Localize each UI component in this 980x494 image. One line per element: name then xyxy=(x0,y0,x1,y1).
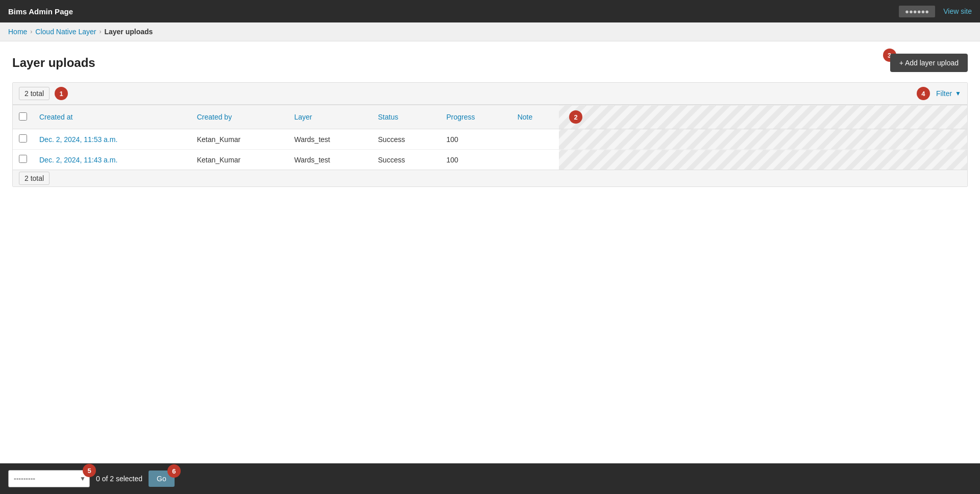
breadcrumb-current: Layer uploads xyxy=(104,28,153,36)
table-header-row: Created at Created by Layer Status Progr… xyxy=(13,105,967,129)
filter-chevron-icon: ▼ xyxy=(955,90,961,97)
row1-created-by: Ketan_Kumar xyxy=(191,129,288,150)
row1-checkbox[interactable] xyxy=(19,134,27,143)
row2-checkbox-cell xyxy=(13,150,33,170)
go-button-wrapper: Go 6 xyxy=(149,471,175,487)
main-content: Layer uploads 3 + Add layer upload 2 tot… xyxy=(0,41,980,494)
top-navbar: Bims Admin Page ●●●●●● View site xyxy=(0,0,980,22)
breadcrumb-parent[interactable]: Cloud Native Layer xyxy=(35,28,96,36)
col-header-status: Status xyxy=(372,105,440,129)
row2-striped-area xyxy=(559,150,967,170)
breadcrumb: Home › Cloud Native Layer › Layer upload… xyxy=(0,22,980,41)
select-all-col xyxy=(13,105,33,129)
filter-area: 4 Filter ▼ xyxy=(919,87,961,100)
row2-created-by: Ketan_Kumar xyxy=(191,150,288,170)
selected-count: 0 of 2 selected xyxy=(96,475,142,483)
row1-layer: Wards_test xyxy=(288,129,372,150)
striped-header-area: 2 xyxy=(559,105,967,129)
annotation-badge-4: 4 xyxy=(917,87,930,100)
row1-note xyxy=(511,129,559,150)
row1-status: Success xyxy=(372,129,440,150)
row1-created-at-link[interactable]: Dec. 2, 2024, 11:53 a.m. xyxy=(39,135,117,144)
add-button-container: 3 + Add layer upload xyxy=(890,54,968,72)
annotation-badge-6: 6 xyxy=(167,464,181,478)
table-row: Dec. 2, 2024, 11:53 a.m. Ketan_Kumar War… xyxy=(13,129,967,150)
footer: --------- ▼ 5 0 of 2 selected Go 6 xyxy=(0,463,980,494)
total-count-label: 2 total xyxy=(19,87,50,100)
filter-label: Filter xyxy=(936,89,952,98)
col-header-created-at: Created at xyxy=(33,105,191,129)
row2-note xyxy=(511,150,559,170)
row2-layer: Wards_test xyxy=(288,150,372,170)
data-table: Created at Created by Layer Status Progr… xyxy=(13,105,967,170)
table-container: 2 total 1 4 Filter ▼ Created at Create xyxy=(12,82,968,187)
view-site-link[interactable]: View site xyxy=(943,7,972,15)
row2-checkbox[interactable] xyxy=(19,155,27,163)
row1-progress: 100 xyxy=(440,129,511,150)
page-header: Layer uploads 3 + Add layer upload xyxy=(12,54,968,72)
row1-striped-area xyxy=(559,129,967,150)
row2-status: Success xyxy=(372,150,440,170)
row1-checkbox-cell xyxy=(13,129,33,150)
action-select-wrapper: --------- ▼ 5 xyxy=(8,470,90,487)
annotation-badge-2: 2 xyxy=(569,110,582,124)
page-title: Layer uploads xyxy=(12,56,95,70)
stats-bar-bottom: 2 total xyxy=(13,170,967,186)
action-select[interactable]: --------- xyxy=(8,470,90,487)
table-row: Dec. 2, 2024, 11:43 a.m. Ketan_Kumar War… xyxy=(13,150,967,170)
stats-bar-top: 2 total 1 4 Filter ▼ xyxy=(13,83,967,105)
row2-created-at: Dec. 2, 2024, 11:43 a.m. xyxy=(33,150,191,170)
breadcrumb-home[interactable]: Home xyxy=(8,28,27,36)
user-button[interactable]: ●●●●●● xyxy=(899,6,935,17)
col-header-progress: Progress xyxy=(440,105,511,129)
col-header-layer: Layer xyxy=(288,105,372,129)
row1-created-at: Dec. 2, 2024, 11:53 a.m. xyxy=(33,129,191,150)
col-header-note: Note xyxy=(511,105,559,129)
annotation-badge-5: 5 xyxy=(83,464,96,477)
breadcrumb-sep-2: › xyxy=(99,28,101,35)
select-all-checkbox[interactable] xyxy=(19,112,27,121)
annotation-badge-1: 1 xyxy=(55,87,68,100)
row2-progress: 100 xyxy=(440,150,511,170)
col-header-created-by: Created by xyxy=(191,105,288,129)
filter-button[interactable]: Filter ▼ xyxy=(936,89,961,98)
total-count-bottom: 2 total xyxy=(19,172,50,185)
breadcrumb-sep-1: › xyxy=(30,28,32,35)
app-title: Bims Admin Page xyxy=(8,7,73,16)
stats-left: 2 total 1 xyxy=(19,87,68,100)
row2-created-at-link[interactable]: Dec. 2, 2024, 11:43 a.m. xyxy=(39,156,117,164)
top-bar-right: ●●●●●● View site xyxy=(899,6,972,17)
add-layer-upload-button[interactable]: + Add layer upload xyxy=(890,54,968,72)
